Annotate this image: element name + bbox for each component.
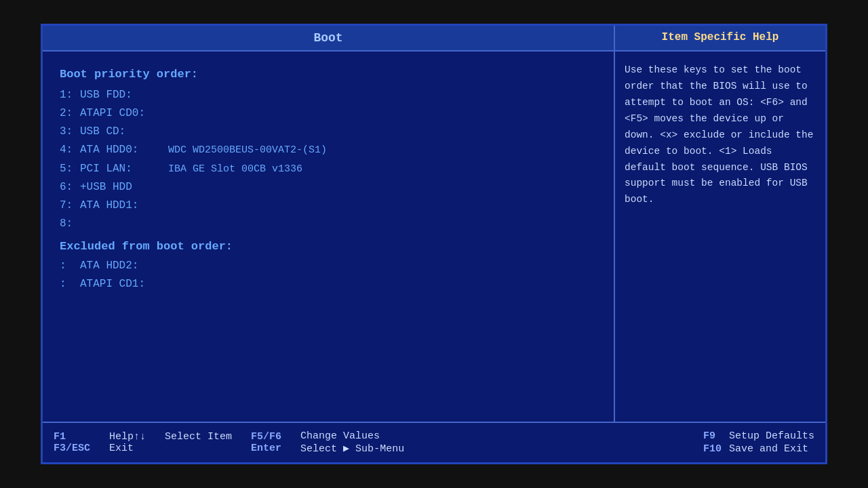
desc-change-values: Change Values [300,430,404,442]
item-name: ATA HDD1: [80,197,168,215]
item-detail: IBA GE Slot 00CB v1336 [168,161,302,178]
footer-f10-row: F10 Save and Exit [703,443,814,455]
help-panel-title: Item Specific Help [615,26,825,50]
desc-empty [165,443,232,454]
footer-f9-row: F9 Setup Defaults [703,430,814,442]
key-f10[interactable]: F10 [703,443,724,455]
boot-item[interactable]: 4:ATA HDD0:WDC WD2500BEUS-00VAT2-(S1) [60,141,597,159]
boot-tab[interactable]: Boot [43,26,615,50]
help-panel: Use these keys to set the boot order tha… [615,52,825,422]
help-text: Use these keys to set the boot order tha… [625,62,816,208]
key-f9[interactable]: F9 [703,430,724,442]
item-name: ATAPI CD0: [80,104,168,123]
boot-items-list: 1:USB FDD:2:ATAPI CD0:3:USB CD:4:ATA HDD… [60,86,597,234]
footer-help-exit: Help↑↓ Exit [109,431,146,454]
key-f3esc[interactable]: F3/ESC [54,443,90,454]
exc-item-name: ATA HDD2: [80,257,168,275]
footer-f5f6: F5/F6 Enter [251,431,281,454]
exc-num: : [60,275,80,293]
boot-item[interactable]: 6:+USB HDD [60,178,597,197]
excluded-item[interactable]: :ATA HDD2: [60,257,597,275]
desc-select-item: Select Item [165,431,232,443]
item-detail: WDC WD2500BEUS-00VAT2-(S1) [168,142,327,159]
key-f1[interactable]: F1 [54,431,90,443]
key-enter[interactable]: Enter [251,443,281,454]
boot-panel: Boot priority order: 1:USB FDD:2:ATAPI C… [43,52,615,422]
desc-exit: Exit [109,443,146,454]
key-f5f6[interactable]: F5/F6 [251,431,281,443]
boot-item[interactable]: 8: [60,215,597,233]
item-num: 2: [60,104,80,123]
boot-item[interactable]: 7:ATA HDD1: [60,197,597,215]
footer-select-item: Select Item [165,431,232,454]
item-num: 5: [60,160,80,178]
exc-num: : [60,257,80,275]
item-name: ATA HDD0: [80,141,168,159]
item-num: 4: [60,141,80,159]
item-num: 1: [60,86,80,104]
exc-item-name: ATAPI CD1: [80,275,168,293]
boot-item[interactable]: 1:USB FDD: [60,86,597,104]
boot-item[interactable]: 5:PCI LAN:IBA GE Slot 00CB v1336 [60,160,597,178]
footer-f1: F1 F3/ESC [54,431,90,454]
item-num: 7: [60,197,80,215]
bios-header: Boot Item Specific Help [43,26,825,52]
item-num: 3: [60,123,80,141]
boot-item[interactable]: 3:USB CD: [60,123,597,141]
item-name: +USB HDD [80,178,168,197]
priority-title: Boot priority order: [60,65,597,85]
excluded-item[interactable]: :ATAPI CD1: [60,275,597,293]
boot-item[interactable]: 2:ATAPI CD0: [60,104,597,123]
item-name: PCI LAN: [80,160,168,178]
desc-select-submenu: Select ▶ Sub-Menu [300,442,404,455]
footer-change-select: Change Values Select ▶ Sub-Menu [300,430,404,455]
item-name: USB FDD: [80,86,168,104]
footer: F1 F3/ESC Help↑↓ Exit Select Item F5/F6 … [43,422,825,462]
footer-right: F9 Setup Defaults F10 Save and Exit [703,430,814,455]
main-content: Boot priority order: 1:USB FDD:2:ATAPI C… [43,52,825,422]
excluded-items-list: :ATA HDD2::ATAPI CD1: [60,257,597,293]
bios-screen: Boot Item Specific Help Boot priority or… [41,24,827,464]
desc-save-exit: Save and Exit [729,443,808,455]
desc-help: Help↑↓ [109,431,146,443]
item-num: 8: [60,215,80,233]
item-name: USB CD: [80,123,168,141]
excluded-title: Excluded from boot order: [60,237,597,257]
item-num: 6: [60,178,80,197]
desc-setup-defaults: Setup Defaults [729,430,814,442]
